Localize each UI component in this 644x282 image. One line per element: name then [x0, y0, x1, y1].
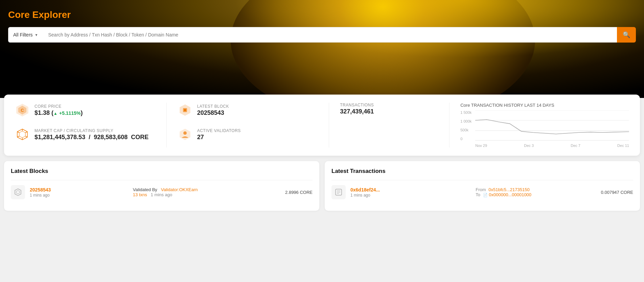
app-title: Core Explorer	[8, 9, 71, 20]
tx-hash-info: 0x6d18ef24... 1 mins ago	[350, 187, 471, 198]
block-row: 20258543 1 mins ago Validated By Validat…	[11, 180, 313, 204]
chart-section: Core TRANSACTION HISTORY LAST 14 DAYS 1 …	[449, 103, 629, 148]
svg-line-6	[25, 132, 27, 133]
search-button[interactable]: 🔍	[617, 27, 636, 43]
validators-value: 27	[197, 134, 241, 141]
price-arrow: ▲	[53, 111, 58, 116]
price-section: C CORE PRICE $1.38 (▲ +5.1115%)	[15, 103, 156, 148]
tx-value: 0.007947 CORE	[601, 190, 633, 195]
supply-unit: CORE	[131, 134, 148, 140]
latest-block-value: 20258543	[197, 109, 229, 117]
latest-block-icon	[178, 103, 192, 118]
latest-transactions-panel: Latest Transactions 0x6d18ef24... 1 mins…	[325, 161, 640, 211]
chart-date-1: Nov 29	[475, 144, 487, 148]
market-cap-amount: $1,281,445,378.53	[34, 134, 85, 140]
validators-icon	[178, 127, 192, 142]
core-price-value: $1.38 (▲ +5.1115%)	[34, 109, 83, 117]
market-cap-content: MARKET CAP / CIRCULATING SUPPLY $1,281,4…	[34, 128, 148, 141]
svg-line-7	[25, 136, 27, 137]
tx-from-addr[interactable]: 0x51bfc5...21735150	[488, 187, 529, 192]
block-section: LATEST BLOCK 20258543 ACTIVE VALIDATORS …	[166, 103, 318, 148]
core-price-label: CORE PRICE	[34, 104, 83, 109]
chart-date-4: Dec 11	[617, 144, 629, 148]
chart-y-label-2: 500k	[460, 128, 472, 132]
tx-chart-section: TRANSACTIONS 327,439,461	[329, 103, 438, 148]
chart-area: 1 500k 1 000k 500k 0 Nov 29 Dec 3	[460, 110, 629, 148]
svg-marker-20	[15, 189, 21, 196]
search-input[interactable]	[43, 27, 617, 43]
chart-date-3: Dec 7	[571, 144, 580, 148]
chart-y-labels: 1 500k 1 000k 500k 0	[460, 110, 472, 141]
chart-y-label-4: 1 500k	[460, 110, 472, 114]
price-change: +5.1115%	[59, 110, 80, 116]
latest-transactions-title: Latest Transactions	[331, 168, 633, 175]
latest-block-label: LATEST BLOCK	[197, 104, 229, 109]
svg-rect-13	[184, 109, 186, 111]
tx-icon	[331, 185, 346, 199]
chart-y-label-3: 1 000k	[460, 119, 472, 123]
circulating-supply: 928,583,608	[94, 134, 128, 140]
chart-title: Core TRANSACTION HISTORY LAST 14 DAYS	[460, 103, 629, 108]
latest-blocks-title: Latest Blocks	[11, 168, 313, 175]
block-txns-line: 13 txns 1 mins ago	[133, 192, 280, 197]
market-cap-label: MARKET CAP / CIRCULATING SUPPLY	[34, 128, 148, 133]
market-cap-icon	[15, 127, 30, 142]
svg-line-10	[17, 132, 19, 133]
tx-from-label: From	[476, 187, 486, 192]
block-validator-line: Validated By Validator:OKXEarn	[133, 187, 280, 192]
core-price-row: C CORE PRICE $1.38 (▲ +5.1115%)	[15, 103, 156, 118]
transactions-content: TRANSACTIONS 327,439,461	[340, 103, 438, 115]
svg-text:C: C	[21, 108, 24, 113]
bottom-panels: Latest Blocks 20258543 1 mins ago Valida…	[0, 156, 644, 216]
tx-time: 1 mins ago	[350, 193, 471, 198]
svg-marker-4	[19, 131, 25, 138]
filter-button[interactable]: All Filters ▼	[8, 27, 43, 43]
latest-block-row: LATEST BLOCK 20258543	[178, 103, 318, 118]
latest-blocks-panel: Latest Blocks 20258543 1 mins ago Valida…	[4, 161, 319, 211]
tx-from-line: From 0x51bfc5...21735150	[476, 187, 596, 192]
latest-block-content: LATEST BLOCK 20258543	[197, 104, 229, 117]
active-validators-row: ACTIVE VALIDATORS 27	[178, 127, 318, 142]
tx-to-label: To	[476, 192, 480, 197]
validator-link[interactable]: Validator:OKXEarn	[161, 187, 198, 192]
svg-line-9	[17, 136, 19, 137]
block-number[interactable]: 20258543	[30, 187, 51, 193]
validators-content: ACTIVE VALIDATORS 27	[197, 128, 241, 141]
transactions-value: 327,439,461	[340, 108, 438, 115]
block-time: 1 mins ago	[30, 193, 128, 198]
txns-time: 1 mins ago	[151, 192, 172, 197]
tx-row: 0x6d18ef24... 1 mins ago From 0x51bfc5..…	[331, 180, 633, 204]
market-cap-row: MARKET CAP / CIRCULATING SUPPLY $1,281,4…	[15, 127, 156, 142]
search-icon: 🔍	[623, 31, 630, 39]
chart-date-2: Dec 3	[524, 144, 534, 148]
chart-x-labels: Nov 29 Dec 3 Dec 7 Dec 11	[475, 144, 629, 148]
svg-point-15	[183, 131, 187, 135]
stats-bar: C CORE PRICE $1.38 (▲ +5.1115%)	[4, 95, 640, 156]
block-info: 20258543 1 mins ago	[30, 187, 128, 198]
tx-to-addr[interactable]: 0x000000...00001000	[489, 192, 531, 197]
chevron-down-icon: ▼	[35, 33, 38, 37]
search-bar: All Filters ▼ 🔍	[8, 27, 636, 43]
tx-to-line: To 📄 0x000000...00001000	[476, 192, 596, 197]
transactions-label: TRANSACTIONS	[340, 103, 438, 107]
txns-count[interactable]: 13 txns	[133, 192, 147, 197]
hero-section: Core Explorer All Filters ▼ 🔍	[0, 0, 644, 98]
validators-label: ACTIVE VALIDATORS	[197, 128, 241, 133]
tx-hash-link[interactable]: 0x6d18ef24...	[350, 187, 380, 193]
validated-by-label: Validated By	[133, 187, 157, 192]
market-cap-value: $1,281,445,378.53 / 928,583,608 CORE	[34, 134, 148, 141]
tx-addresses: From 0x51bfc5...21735150 To 📄 0x000000..…	[476, 187, 596, 197]
tx-to-icon: 📄	[483, 193, 488, 197]
block-validator-section: Validated By Validator:OKXEarn 13 txns 1…	[133, 187, 280, 197]
chart-y-label-1: 0	[460, 137, 472, 141]
core-price-content: CORE PRICE $1.38 (▲ +5.1115%)	[34, 104, 83, 117]
filter-label: All Filters	[13, 32, 33, 37]
block-icon	[11, 185, 25, 199]
block-reward: 2.8996 CORE	[285, 190, 313, 195]
core-price-icon: C	[15, 103, 30, 118]
price-amount: $1.38	[34, 109, 50, 116]
svg-marker-21	[16, 190, 20, 194]
chart-graph	[475, 110, 629, 141]
